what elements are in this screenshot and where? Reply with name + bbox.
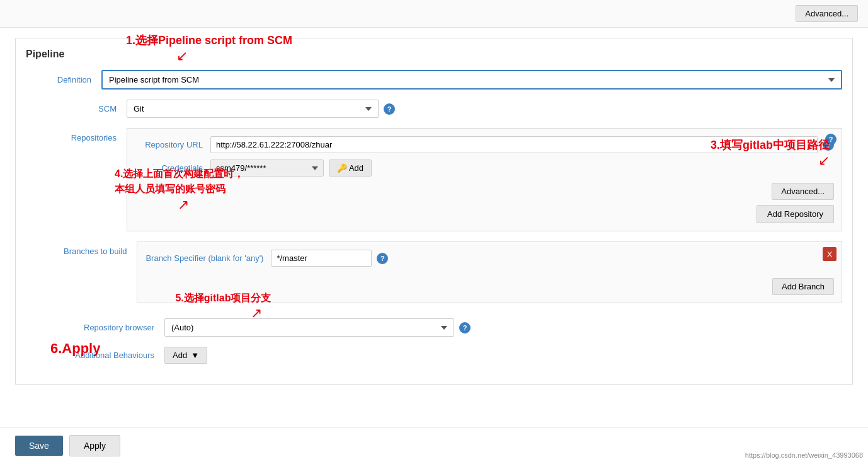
branches-inner: X Branch Specifier (blank for 'any') ? 5… — [137, 241, 842, 303]
save-button[interactable]: Save — [15, 436, 63, 456]
apply-button[interactable]: Apply — [69, 435, 120, 456]
repo-url-row: Repository URL ? — [135, 136, 834, 153]
credentials-add-button[interactable]: 🔑 Add — [329, 160, 372, 177]
credentials-row: Credentials ssm479/****** - none - 🔑 Add — [135, 160, 834, 177]
repositories-help-icon[interactable]: ? — [825, 134, 837, 145]
page-wrapper: Advanced... 1.选择Pipeline script from SCM… — [0, 0, 868, 464]
main-content: 1.选择Pipeline script from SCM ↙ Pipeline … — [0, 28, 868, 395]
add-behaviour-label: Add — [173, 351, 187, 360]
repo-browser-label: Repository browser — [64, 323, 164, 332]
branch-specifier-label: Branch Specifier (blank for 'any') — [145, 253, 271, 263]
repo-advanced-button[interactable]: Advanced... — [772, 183, 834, 200]
definition-select-wrap: Pipeline script from SCM Pipeline script — [101, 70, 842, 90]
branches-label: Branches to build — [64, 241, 137, 303]
scm-label: SCM — [64, 104, 127, 113]
add-behaviour-button[interactable]: Add ▼ — [164, 347, 207, 364]
branch-remove-button[interactable]: X — [823, 247, 837, 261]
scm-row: SCM Git None Subversion ? — [64, 100, 842, 118]
repo-browser-select[interactable]: (Auto) — [164, 318, 454, 337]
watermark: https://blog.csdn.net/weixin_43993068 — [745, 451, 863, 459]
definition-label: Definition — [26, 75, 101, 84]
repo-url-input[interactable] — [210, 136, 818, 153]
add-branch-button[interactable]: Add Branch — [772, 278, 834, 295]
additional-behaviours-block: Additional Behaviours Add ▼ — [64, 347, 842, 364]
definition-select[interactable]: Pipeline script from SCM Pipeline script — [101, 70, 842, 90]
add-label: Add — [349, 163, 363, 173]
additional-behaviours-label: Additional Behaviours — [64, 351, 164, 360]
credentials-select[interactable]: ssm479/****** - none - — [210, 160, 324, 177]
add-repository-button[interactable]: Add Repository — [757, 205, 834, 223]
scm-select[interactable]: Git None Subversion — [127, 100, 379, 118]
pipeline-title: Pipeline — [26, 49, 842, 60]
scm-help-icon[interactable]: ? — [384, 103, 395, 115]
branches-block: Branches to build X Branch Specifier (bl… — [64, 241, 842, 303]
credentials-label: Credentials — [135, 163, 210, 173]
repositories-label: Repositories — [64, 128, 127, 231]
bottom-bar: Save Apply https://blog.csdn.net/weixin_… — [0, 427, 868, 464]
repositories-block: Repositories ? Repository URL ? Credenti… — [64, 128, 842, 231]
pipeline-section: Pipeline Definition Pipeline script from… — [15, 38, 853, 385]
scm-section: 2.选择Git ↗ 3.填写gitlab中项目路径 ↙ SCM Git None… — [64, 100, 842, 364]
repo-browser-block: Repository browser (Auto) ? — [64, 318, 842, 337]
repo-actions: Advanced... Add Repository — [135, 183, 834, 223]
dropdown-arrow-icon: ▼ — [191, 351, 199, 360]
branch-specifier-input[interactable] — [271, 250, 372, 267]
branch-specifier-row: Branch Specifier (blank for 'any') ? — [145, 250, 834, 267]
advanced-top-button[interactable]: Advanced... — [796, 5, 858, 22]
definition-row: Definition Pipeline script from SCM Pipe… — [26, 70, 842, 90]
repo-browser-help-icon[interactable]: ? — [459, 322, 471, 334]
key-icon: 🔑 — [337, 163, 347, 173]
branch-help-icon[interactable]: ? — [377, 253, 388, 264]
repositories-inner: ? Repository URL ? Credentials ssm479/**… — [127, 128, 842, 231]
repo-url-label: Repository URL — [135, 140, 210, 149]
top-bar: Advanced... — [0, 0, 868, 28]
